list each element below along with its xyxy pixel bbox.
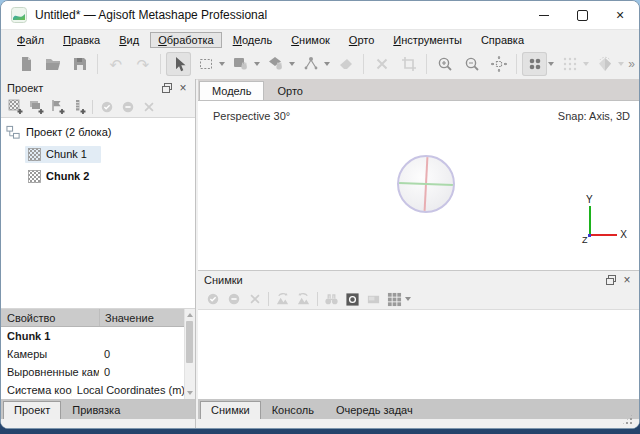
model-viewport[interactable]: Perspective 30° Snap: Axis, 3D Y X Z: [198, 101, 639, 271]
project-panel-title: Проект: [7, 82, 159, 94]
float-panel-icon: [605, 274, 617, 286]
project-pane: Проект ×: [1, 79, 196, 428]
show-model-button: [592, 52, 617, 76]
view-mode-button[interactable]: [342, 290, 363, 308]
rectangle-selection-icon: [198, 56, 214, 72]
add-photos-icon: [29, 99, 45, 115]
table-row[interactable]: Система координат Local Coordinates (m): [1, 381, 185, 399]
close-panel-button[interactable]: ×: [619, 273, 635, 287]
dropdown-arrow-icon[interactable]: [548, 62, 554, 66]
close-icon: ×: [179, 81, 186, 95]
four-dots-icon: [527, 56, 543, 72]
close-panel-button[interactable]: ×: [175, 81, 191, 95]
ruler-button[interactable]: [298, 52, 323, 76]
rotate-right-button: [293, 290, 314, 308]
scroll-down-icon[interactable]: [187, 391, 193, 395]
trackball-sphere[interactable]: [397, 155, 455, 213]
open-folder-icon: [45, 56, 61, 72]
tree-root-row[interactable]: Проект (2 блока): [1, 121, 195, 143]
toolbar-grip[interactable]: [6, 53, 8, 75]
dropdown-arrow-icon[interactable]: [405, 297, 411, 301]
tab-console[interactable]: Консоль: [261, 401, 325, 419]
y-axis-line: [589, 206, 591, 236]
maximize-button[interactable]: [563, 1, 601, 29]
scroll-up-icon[interactable]: [187, 313, 193, 317]
properties-scrollbar[interactable]: [184, 309, 195, 399]
rotate-left-icon: [275, 292, 290, 307]
add-chunk-button[interactable]: [5, 98, 26, 116]
project-tree[interactable]: Проект (2 блока) Chunk 1 Chunk 2: [1, 117, 195, 309]
zoom-in-button[interactable]: [432, 52, 457, 76]
toolbar-separator: [426, 54, 427, 74]
save-project-button[interactable]: [67, 52, 92, 76]
dropdown-arrow-icon[interactable]: [254, 62, 260, 66]
reset-view-button[interactable]: [486, 52, 511, 76]
rectangle-selection-button[interactable]: [193, 52, 218, 76]
toolbar-separator: [97, 54, 98, 74]
table-row[interactable]: Chunk 1: [1, 327, 185, 345]
rotate-object-button[interactable]: [263, 52, 288, 76]
dropdown-arrow-icon: [583, 62, 589, 66]
add-marker-icon: [50, 99, 66, 115]
menu-file[interactable]: Файл: [9, 32, 52, 48]
scrollbar-thumb[interactable]: [186, 321, 193, 363]
new-project-button[interactable]: [13, 52, 38, 76]
axis-gizmo: Y X Z: [579, 196, 625, 246]
undo-button: ↶: [103, 52, 128, 76]
open-project-button[interactable]: [40, 52, 65, 76]
add-scalebar-button[interactable]: [68, 98, 89, 116]
show-images-button[interactable]: [522, 52, 547, 76]
tab-jobs[interactable]: Очередь задач: [325, 401, 424, 419]
details-mode-button[interactable]: [384, 290, 405, 308]
add-marker-button[interactable]: [47, 98, 68, 116]
menu-photo[interactable]: Снимок: [283, 32, 338, 48]
rotate-left-button: [272, 290, 293, 308]
float-panel-button[interactable]: [603, 273, 619, 287]
tab-project[interactable]: Проект: [3, 401, 61, 419]
toolbar-overflow-icon[interactable]: »: [628, 57, 635, 71]
menu-help[interactable]: Справка: [473, 32, 532, 48]
new-document-icon: [18, 56, 34, 72]
selection-arrow-button[interactable]: [166, 52, 191, 76]
chunk-2-label: Chunk 2: [46, 170, 89, 182]
remove-x-icon: [142, 100, 156, 114]
photos-list-area[interactable]: [198, 309, 639, 399]
workspace: Проект ×: [1, 79, 639, 428]
dropdown-arrow-icon[interactable]: [324, 62, 330, 66]
table-row[interactable]: Выровненные камеры 0: [1, 363, 185, 381]
float-panel-button[interactable]: [159, 81, 175, 95]
disable-minus-icon: [121, 100, 135, 114]
menu-ortho[interactable]: Орто: [341, 32, 382, 48]
menu-edit[interactable]: Правка: [55, 32, 108, 48]
tab-model[interactable]: Модель: [199, 81, 264, 100]
menu-bar: Файл Правка Вид Обработка Модель Снимок …: [1, 30, 639, 49]
image-icon: [366, 292, 381, 307]
tab-reference[interactable]: Привязка: [61, 401, 131, 419]
dropdown-arrow-icon[interactable]: [289, 62, 295, 66]
add-photos-button[interactable]: [26, 98, 47, 116]
close-icon: ×: [616, 7, 624, 23]
thumbnail-mode-button: [363, 290, 384, 308]
minimize-button[interactable]: [525, 1, 563, 29]
tree-chunk-2-row[interactable]: Chunk 2: [1, 165, 195, 187]
close-button[interactable]: ×: [601, 1, 639, 29]
app-window: Untitled* — Agisoft Metashape Profession…: [0, 0, 640, 429]
zoom-in-icon: [437, 56, 453, 72]
dropdown-arrow-icon[interactable]: [219, 62, 225, 66]
menu-model[interactable]: Модель: [225, 32, 281, 48]
menu-tools[interactable]: Инструменты: [385, 32, 470, 48]
tree-chunk-1-row[interactable]: Chunk 1: [1, 143, 195, 165]
rotate-right-icon: [296, 292, 311, 307]
dropdown-arrow-icon: [618, 62, 624, 66]
navigation-button[interactable]: [228, 52, 253, 76]
menu-workflow[interactable]: Обработка: [150, 32, 221, 48]
navigation-image-icon: [233, 56, 249, 72]
menu-view[interactable]: Вид: [111, 32, 147, 48]
window-controls: ×: [525, 1, 639, 29]
table-row[interactable]: Камеры 0: [1, 345, 185, 363]
enable-check-icon: [206, 292, 220, 306]
remove-item-button: [138, 98, 159, 116]
tab-ortho[interactable]: Орто: [264, 81, 315, 100]
zoom-out-button[interactable]: [459, 52, 484, 76]
tab-photos[interactable]: Снимки: [200, 401, 261, 419]
